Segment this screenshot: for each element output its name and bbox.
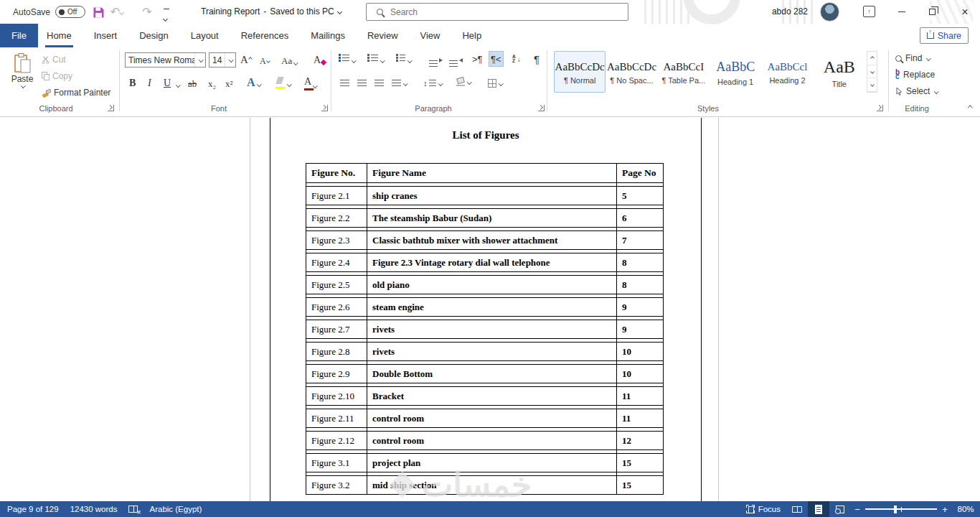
ltr-direction-button[interactable]: >¶ xyxy=(471,52,484,66)
style-title[interactable]: AaB Title xyxy=(814,51,865,93)
rtl-direction-button[interactable]: ¶< xyxy=(489,52,503,66)
table-cell[interactable]: Figure 2.12 xyxy=(306,432,367,450)
table-cell[interactable]: Figure 3.1 xyxy=(306,454,367,472)
table-cell[interactable]: mid ship section xyxy=(367,476,616,494)
table-cell[interactable]: Figure 2.2 xyxy=(306,209,367,227)
find-button[interactable]: Find xyxy=(895,53,930,63)
minimize-button[interactable] xyxy=(888,0,915,24)
table-cell[interactable]: 5 xyxy=(616,187,664,205)
figures-table[interactable]: Figure No. Figure Name Page No Figure 2.… xyxy=(306,163,664,495)
table-cell[interactable]: Figure 3.2 xyxy=(306,476,367,494)
underline-button[interactable]: U xyxy=(164,78,171,89)
table-cell[interactable]: rivets xyxy=(367,343,616,360)
line-spacing-button[interactable]: ↕ xyxy=(422,76,443,90)
table-row[interactable]: Figure 2.7rivets9 xyxy=(306,320,664,339)
bold-button[interactable]: B xyxy=(129,78,136,89)
table-cell[interactable]: Figure 2.5 xyxy=(306,276,367,294)
collapse-ribbon-button[interactable] xyxy=(968,106,972,110)
table-row[interactable]: Figure 2.10Bracket11 xyxy=(306,386,664,406)
grow-font-button[interactable]: A xyxy=(240,54,252,66)
avatar[interactable] xyxy=(820,2,839,22)
table-cell[interactable]: Classic bathtub mixer with shower attach… xyxy=(367,231,616,249)
table-header-cell[interactable]: Figure No. xyxy=(306,164,367,182)
table-row[interactable]: Figure 2.11control room11 xyxy=(306,409,664,428)
shading-button[interactable] xyxy=(455,75,473,89)
table-cell[interactable]: Figure 2.9 xyxy=(306,365,367,383)
font-color-button[interactable]: A xyxy=(304,76,317,90)
word-count[interactable]: 12430 words xyxy=(65,501,123,517)
underline-dropdown-icon[interactable] xyxy=(176,83,180,87)
table-cell[interactable]: Figure 2.7 xyxy=(306,320,367,338)
style-no-spacing[interactable]: AaBbCcDc ¶ No Spac... xyxy=(606,51,657,93)
italic-button[interactable]: I xyxy=(148,78,151,89)
font-family-combo[interactable]: Times New Roma xyxy=(125,52,206,67)
restore-button[interactable] xyxy=(918,0,946,24)
tab-file[interactable]: File xyxy=(0,24,38,47)
table-cell[interactable]: 11 xyxy=(616,409,664,427)
document-heading[interactable]: List of Figures xyxy=(270,129,701,141)
clipboard-dialog-launcher[interactable] xyxy=(108,105,114,111)
ribbon-display-options-button[interactable]: ↑ xyxy=(863,6,875,17)
table-cell[interactable]: 10 xyxy=(616,365,664,383)
table-cell[interactable]: project plan xyxy=(367,454,616,472)
tab-help[interactable]: Help xyxy=(461,24,483,47)
table-cell[interactable]: ship cranes xyxy=(367,187,616,205)
table-header-row[interactable]: Figure No. Figure Name Page No xyxy=(306,163,664,183)
font-dialog-launcher[interactable] xyxy=(321,105,328,111)
table-cell[interactable]: Double Bottom xyxy=(367,365,616,383)
styles-scroll-down[interactable] xyxy=(867,65,877,79)
style-heading-2[interactable]: AaBbCcl Heading 2 xyxy=(761,51,813,93)
table-row[interactable]: Figure 2.1ship cranes5 xyxy=(306,186,664,205)
clear-formatting-button[interactable]: A xyxy=(314,55,326,66)
copy-button[interactable]: Copy xyxy=(42,71,72,81)
tab-mailings[interactable]: Mailings xyxy=(309,24,347,47)
table-row[interactable]: Figure 2.5old piano8 xyxy=(306,275,664,294)
tab-layout[interactable]: Layout xyxy=(189,24,220,47)
table-cell[interactable]: Figure 2.8 xyxy=(306,343,367,360)
table-row[interactable]: Figure 2.9Double Bottom10 xyxy=(306,364,664,383)
table-cell[interactable]: old piano xyxy=(367,276,616,294)
superscript-button[interactable]: x² xyxy=(225,78,232,90)
borders-button[interactable] xyxy=(486,76,504,90)
table-cell[interactable]: Figure 2.10 xyxy=(306,387,367,405)
tab-references[interactable]: References xyxy=(240,24,290,47)
table-cell[interactable]: steam engine xyxy=(367,298,616,316)
search-bar[interactable] xyxy=(366,3,628,21)
share-button[interactable]: Share xyxy=(920,27,969,44)
font-size-combo[interactable]: 14 xyxy=(209,52,236,67)
style-table-paragraph[interactable]: AaBbCcI ¶ Table Pa... xyxy=(658,51,710,93)
table-cell[interactable]: Figure 2.11 xyxy=(306,409,367,427)
tab-view[interactable]: View xyxy=(419,24,442,47)
zoom-in-button[interactable]: + xyxy=(938,504,951,515)
table-row[interactable]: Figure 3.1project plan15 xyxy=(306,453,664,472)
table-row[interactable]: Figure 2.12control room12 xyxy=(306,431,664,450)
language-indicator[interactable]: Arabic (Egypt) xyxy=(143,501,207,517)
replace-button[interactable]: bc Replace xyxy=(895,70,935,80)
table-row[interactable]: Figure 2.2The steamship Babur (Sudan)6 xyxy=(306,208,664,228)
web-layout-button[interactable] xyxy=(829,501,851,517)
table-cell[interactable]: Figure 2.1 xyxy=(306,187,367,205)
cut-button[interactable]: Cut xyxy=(42,55,66,65)
multilevel-list-button[interactable] xyxy=(395,53,413,67)
table-cell[interactable]: 15 xyxy=(616,476,664,494)
table-cell[interactable]: Bracket xyxy=(367,387,616,405)
select-button[interactable]: Select xyxy=(895,86,938,96)
document-title-menu[interactable]: Training Report - Saved to this PC xyxy=(201,6,341,17)
table-header-cell[interactable]: Figure Name xyxy=(367,164,616,182)
table-header-cell[interactable]: Page No xyxy=(616,164,664,182)
subscript-button[interactable]: x₂ xyxy=(208,78,216,90)
read-mode-button[interactable] xyxy=(786,501,808,517)
table-cell[interactable]: rivets xyxy=(367,320,616,338)
table-cell[interactable]: 8 xyxy=(616,253,664,271)
justify-button[interactable] xyxy=(390,76,409,90)
strikethrough-button[interactable]: ab xyxy=(188,78,197,90)
style-heading-1[interactable]: AaBbC Heading 1 xyxy=(710,51,761,93)
zoom-level[interactable]: 80% xyxy=(951,505,980,513)
document-page[interactable]: List of Figures Figure No. Figure Name P… xyxy=(250,118,719,501)
shrink-font-button[interactable]: A xyxy=(260,56,270,67)
table-cell[interactable]: 9 xyxy=(616,298,664,316)
table-cell[interactable]: Figure 2.3 xyxy=(306,231,367,249)
print-layout-button[interactable] xyxy=(808,501,829,517)
change-case-button[interactable]: Aa xyxy=(281,55,298,67)
close-button[interactable]: × xyxy=(951,0,979,24)
